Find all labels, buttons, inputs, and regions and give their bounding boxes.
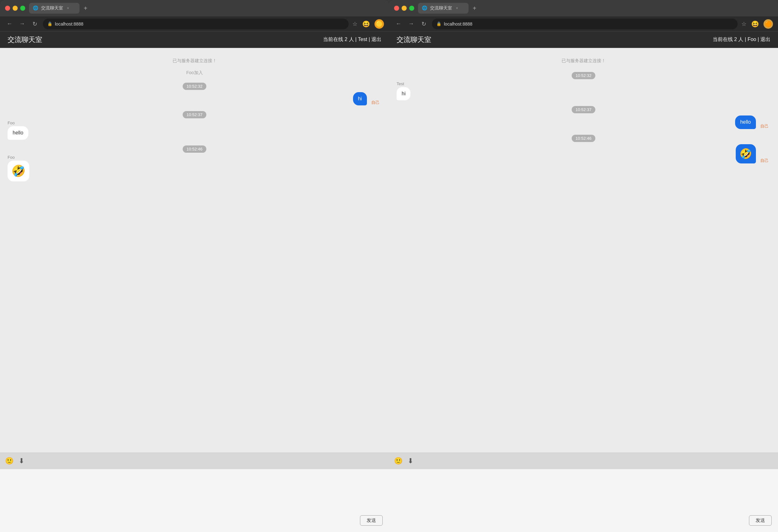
- left-tab-active[interactable]: 🌐 交流聊天室 ×: [29, 3, 79, 14]
- right-back-button[interactable]: ←: [394, 20, 403, 27]
- right-sender-col-1: Test hi: [397, 81, 410, 100]
- left-chat-input[interactable]: [6, 473, 383, 528]
- left-tab-close-icon[interactable]: ×: [67, 6, 69, 10]
- left-maximize-button[interactable]: [20, 6, 25, 11]
- left-browser-window: 🌐 交流聊天室 × + ← → ↻ 🔒 localhost:8888 ☆ 😆 🟡…: [0, 0, 389, 532]
- left-close-button[interactable]: [5, 6, 10, 11]
- left-chat-toolbar: 🙂 ⬇: [0, 452, 389, 469]
- left-message-row-3: Foo 🤣: [8, 155, 381, 181]
- right-send-button[interactable]: 发送: [749, 515, 772, 526]
- left-connected-msg: 已与服务器建立连接！: [8, 58, 381, 64]
- left-new-tab-button[interactable]: +: [81, 3, 90, 13]
- right-chat-area: 已与服务器建立连接！ 10:52:32 Test hi 10:52:37 自己 …: [389, 48, 778, 452]
- left-chat-area: 已与服务器建立连接！ Foo加入 10:52:32 自己 hi 10:52:37…: [0, 48, 389, 452]
- right-sender-name-1: Test: [397, 81, 404, 86]
- left-sender-col-3: Foo 🤣: [8, 155, 29, 181]
- left-url-actions: ☆ 😆 🟡: [353, 19, 384, 29]
- right-forward-button[interactable]: →: [407, 20, 415, 27]
- right-self-label-3: 自己: [760, 158, 769, 163]
- right-chat-input-area: 发送: [389, 469, 778, 532]
- left-forward-button[interactable]: →: [18, 20, 26, 27]
- right-title-bar: 🌐 交流聊天室 × +: [389, 0, 778, 16]
- right-chat-input[interactable]: [395, 473, 772, 528]
- right-bubble-2: hello: [735, 116, 756, 129]
- left-message-col-1: hi: [353, 92, 367, 105]
- right-bubble-3: 🤣: [736, 144, 756, 163]
- left-image-upload-icon[interactable]: ⬇: [19, 457, 24, 465]
- left-join-msg: Foo加入: [8, 70, 381, 76]
- left-timestamp-2: 10:52:37: [8, 112, 381, 118]
- left-message-row-2: Foo hello: [8, 121, 381, 140]
- right-close-button[interactable]: [394, 6, 399, 11]
- right-url-input[interactable]: 🔒 localhost:8888: [432, 19, 737, 29]
- left-sender-name-3: Foo: [8, 155, 14, 160]
- left-timestamp-1: 10:52:32: [8, 83, 381, 89]
- right-traffic-lights: [394, 6, 414, 11]
- right-new-tab-button[interactable]: +: [470, 3, 479, 13]
- left-app-header: 交流聊天室 当前在线 2 人 | Test | 退出: [0, 31, 389, 48]
- right-url-actions: ☆ 😆 🟠: [742, 19, 773, 29]
- left-bubble-1: hi: [353, 92, 367, 105]
- right-tab-active[interactable]: 🌐 交流聊天室 ×: [418, 3, 468, 14]
- right-minimize-button[interactable]: [402, 6, 407, 11]
- right-chat-toolbar: 🙂 ⬇: [389, 452, 778, 469]
- right-timestamp-1: 10:52:32: [397, 73, 770, 78]
- left-bubble-2: hello: [8, 126, 28, 140]
- right-connected-msg: 已与服务器建立连接！: [397, 58, 770, 64]
- right-user-avatar-circle: 🟠: [764, 19, 773, 29]
- left-tab-favicon: 🌐: [33, 5, 38, 11]
- right-app-header: 交流聊天室 当前在线 2 人 | Foo | 退出: [389, 31, 778, 48]
- left-emoji-picker-icon[interactable]: 🙂: [5, 457, 14, 465]
- right-image-upload-icon[interactable]: ⬇: [408, 457, 413, 465]
- right-message-col-3: 🤣: [736, 144, 756, 163]
- left-self-label-1: 自己: [371, 100, 380, 105]
- right-timestamp-3: 10:52:46: [397, 135, 770, 141]
- left-sender-name-2: Foo: [8, 121, 14, 125]
- left-minimize-button[interactable]: [13, 6, 18, 11]
- left-user-avatar-circle: 🟡: [375, 19, 384, 29]
- right-message-row-3: 自己 🤣: [397, 144, 770, 163]
- left-bookmark-icon[interactable]: ☆: [353, 20, 358, 27]
- left-url-input[interactable]: 🔒 localhost:8888: [43, 19, 348, 29]
- right-tab-bar: 🌐 交流聊天室 × +: [418, 3, 773, 14]
- right-lock-icon: 🔒: [436, 21, 441, 26]
- right-self-label-2: 自己: [760, 124, 769, 129]
- left-url-text: localhost:8888: [55, 21, 83, 26]
- left-title-bar: 🌐 交流聊天室 × +: [0, 0, 389, 16]
- left-user-avatar-emoji: 😆: [361, 19, 371, 29]
- right-user-avatar-emoji: 😆: [750, 19, 760, 29]
- right-url-bar: ← → ↻ 🔒 localhost:8888 ☆ 😆 🟠: [389, 16, 778, 31]
- right-header-status: 当前在线 2 人 | Foo | 退出: [713, 36, 770, 43]
- left-chat-input-area: 发送: [0, 469, 389, 532]
- right-emoji-picker-icon[interactable]: 🙂: [394, 457, 403, 465]
- right-url-text: localhost:8888: [444, 21, 472, 26]
- left-reload-button[interactable]: ↻: [30, 20, 39, 27]
- right-reload-button[interactable]: ↻: [419, 20, 428, 27]
- right-bubble-1: hi: [397, 87, 410, 100]
- right-timestamp-2: 10:52:37: [397, 107, 770, 112]
- left-url-bar: ← → ↻ 🔒 localhost:8888 ☆ 😆 🟡: [0, 16, 389, 31]
- right-message-row-2: 自己 hello: [397, 116, 770, 129]
- right-bookmark-icon[interactable]: ☆: [742, 20, 747, 27]
- right-tab-title: 交流聊天室: [430, 5, 452, 11]
- left-traffic-lights: [5, 6, 25, 11]
- left-sender-col-2: Foo hello: [8, 121, 28, 140]
- right-tab-favicon: 🌐: [422, 5, 427, 11]
- left-tab-title: 交流聊天室: [41, 5, 63, 11]
- left-back-button[interactable]: ←: [5, 20, 14, 27]
- left-tab-bar: 🌐 交流聊天室 × +: [29, 3, 384, 14]
- right-tab-close-icon[interactable]: ×: [456, 6, 458, 10]
- left-send-button[interactable]: 发送: [360, 515, 383, 526]
- left-timestamp-3: 10:52:46: [8, 146, 381, 152]
- right-app-title: 交流聊天室: [397, 35, 431, 45]
- right-browser-window: 🌐 交流聊天室 × + ← → ↻ 🔒 localhost:8888 ☆ 😆 🟠…: [389, 0, 778, 532]
- left-bubble-3: 🤣: [8, 161, 29, 181]
- left-message-row-1: 自己 hi: [8, 92, 381, 105]
- left-lock-icon: 🔒: [47, 21, 52, 26]
- right-message-row-1: Test hi: [397, 81, 770, 100]
- right-message-col-2: hello: [735, 116, 756, 129]
- right-maximize-button[interactable]: [409, 6, 414, 11]
- left-header-status: 当前在线 2 人 | Test | 退出: [323, 36, 381, 43]
- left-app-title: 交流聊天室: [8, 35, 42, 45]
